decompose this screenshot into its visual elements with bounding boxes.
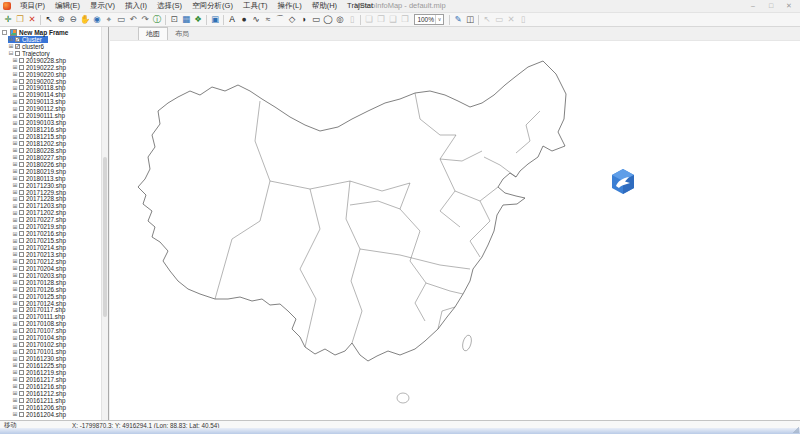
layer-shp-file[interactable]: ⊞20190113.shp <box>12 98 71 105</box>
minimize-button[interactable]: – <box>744 0 762 12</box>
toolbar-select-features-icon[interactable]: ⊡ <box>168 13 180 26</box>
layer-shp-file[interactable]: ⊞20170107.shp <box>12 327 72 334</box>
layer-shp-file[interactable]: ⊞20161216.shp <box>12 383 72 390</box>
expand-icon[interactable]: ⊞ <box>12 245 18 251</box>
layer-shp-file[interactable]: ⊞20180219.shp <box>12 168 72 175</box>
layer-checkbox[interactable] <box>19 259 24 264</box>
layer-shp-file[interactable]: ⊞20170219.shp <box>12 223 72 230</box>
layer-checkbox[interactable] <box>19 148 24 153</box>
layer-checkbox[interactable] <box>19 99 24 104</box>
layer-checkbox[interactable] <box>19 301 24 306</box>
toolbar-insert-text-icon[interactable]: A <box>226 13 238 26</box>
layer-shp-file[interactable]: ⊞20170128.shp <box>12 279 72 286</box>
layer-checkbox[interactable] <box>19 141 24 146</box>
toolbar-save-icon[interactable]: ◫ <box>464 13 476 26</box>
scrollbar-thumb[interactable] <box>103 157 107 317</box>
layer-shp-file[interactable]: ⊞20180228.shp <box>12 147 72 154</box>
layer-shp-file[interactable]: ⊞20180227.shp <box>12 154 72 161</box>
layer-checkbox[interactable] <box>19 127 24 132</box>
expand-icon[interactable]: ⊞ <box>12 210 18 216</box>
layer-checkbox[interactable] <box>19 120 24 125</box>
layer-checkbox[interactable] <box>15 37 20 42</box>
layer-checkbox[interactable] <box>19 196 24 201</box>
toolbar-edit-vertices-icon[interactable]: ✎ <box>452 13 464 26</box>
toolbar-zoom-in-icon[interactable]: ⊕ <box>55 13 67 26</box>
menu-工具t[interactable]: 工具(T) <box>238 0 273 12</box>
toolbar-draw-rectangle-icon[interactable]: ▭ <box>310 13 322 26</box>
toolbar-draw-ellipse-icon[interactable]: ◎ <box>334 13 346 26</box>
layer-checkbox[interactable] <box>19 349 24 354</box>
layer-checkbox[interactable] <box>19 377 24 382</box>
layer-shp-file[interactable]: ⊞20170101.shp <box>12 348 72 355</box>
expand-icon[interactable]: ⊞ <box>12 383 18 389</box>
layer-checkbox[interactable] <box>15 44 20 49</box>
expand-icon[interactable]: ⊞ <box>12 390 18 396</box>
layer-checkbox[interactable] <box>19 155 24 160</box>
layer-checkbox[interactable] <box>19 203 24 208</box>
tree-root-map-frame[interactable]: New Map Frame <box>0 29 75 36</box>
menu-选择s[interactable]: 选择(S) <box>152 0 187 12</box>
layer-shp-file[interactable]: ⊞20170102.shp <box>12 341 72 348</box>
tab-layout[interactable]: 布局 <box>168 28 196 40</box>
maximize-button[interactable]: □ <box>762 0 780 12</box>
expand-icon[interactable]: ⊞ <box>12 175 18 181</box>
expand-icon[interactable]: ⊞ <box>12 120 18 126</box>
toolbar-label-icon[interactable]: ❖ <box>192 13 204 26</box>
toolbar-draw-point-icon[interactable]: ● <box>238 13 250 26</box>
layer-checkbox[interactable] <box>19 252 24 257</box>
expand-icon[interactable]: ⊞ <box>12 307 18 313</box>
layer-shp-file[interactable]: ⊞20170126.shp <box>12 286 72 293</box>
expand-icon[interactable]: ⊞ <box>12 57 18 63</box>
layer-checkbox[interactable] <box>19 134 24 139</box>
layer-checkbox[interactable] <box>19 321 24 326</box>
layer-shp-file[interactable]: ⊞20170117.shp <box>12 307 71 314</box>
expand-icon[interactable]: ⊞ <box>12 154 18 160</box>
layer-shp-file[interactable]: ⊞20171203.shp <box>12 202 72 209</box>
layer-checkbox[interactable] <box>19 92 24 97</box>
layer-checkbox[interactable] <box>19 398 24 403</box>
layer-checkbox[interactable] <box>19 280 24 285</box>
toolbar-zoom-to-layer-icon[interactable]: ⌖ <box>103 13 115 26</box>
layer-checkbox[interactable] <box>19 405 24 410</box>
layer-shp-file[interactable]: ⊞20190118.shp <box>12 85 71 92</box>
layer-shp-file[interactable]: ⊞20161211.shp <box>12 397 71 404</box>
resize-grip-icon[interactable] <box>793 427 799 433</box>
toolbar-zoom-to-extent-icon[interactable]: ▭ <box>115 13 127 26</box>
expand-icon[interactable]: ⊞ <box>12 99 18 105</box>
expand-icon[interactable]: ⊞ <box>12 328 18 334</box>
expand-icon[interactable]: ⊞ <box>8 43 14 49</box>
layer-checkbox[interactable] <box>19 85 24 90</box>
expand-icon[interactable]: ⊞ <box>8 36 14 42</box>
layer-shp-file[interactable]: ⊞20190222.shp <box>12 64 72 71</box>
toolbar-draw-circle-icon[interactable]: ◯ <box>322 13 334 26</box>
layer-trajectory[interactable]: ⊟Trajectory <box>8 50 56 57</box>
layer-shp-file[interactable]: ⊞20180226.shp <box>12 161 72 168</box>
menu-帮助h[interactable]: 帮助(H) <box>307 0 342 12</box>
layer-checkbox[interactable] <box>19 176 24 181</box>
toolbar-pan-icon[interactable]: ✋ <box>79 13 91 26</box>
layer-shp-file[interactable]: ⊞20181216.shp <box>12 126 72 133</box>
layer-checkbox[interactable] <box>19 294 24 299</box>
layer-shp-file[interactable]: ⊞20181215.shp <box>12 133 72 140</box>
layer-checkbox[interactable] <box>19 231 24 236</box>
expand-icon[interactable]: ⊞ <box>12 161 18 167</box>
layer-shp-file[interactable]: ⊞20161212.shp <box>12 390 72 397</box>
expand-icon[interactable]: ⊞ <box>12 106 18 112</box>
layer-checkbox[interactable] <box>19 287 24 292</box>
expand-icon[interactable]: ⊞ <box>12 140 18 146</box>
toolbar-draw-curve-icon[interactable]: ⌒ <box>274 13 286 26</box>
expand-icon[interactable]: ⊞ <box>12 314 18 320</box>
expand-icon[interactable]: ⊞ <box>12 279 18 285</box>
expand-icon[interactable]: ⊞ <box>12 335 18 341</box>
menu-空间分析g[interactable]: 空间分析(G) <box>187 0 238 12</box>
layer-shp-file[interactable]: ⊞20170124.shp <box>12 300 72 307</box>
expand-icon[interactable]: ⊞ <box>12 411 18 417</box>
expand-icon[interactable]: ⊞ <box>12 251 18 257</box>
expand-icon[interactable]: ⊞ <box>12 217 18 223</box>
layer-shp-file[interactable]: ⊞20170214.shp <box>12 244 72 251</box>
layer-checkbox[interactable] <box>19 335 24 340</box>
layer-checkbox[interactable] <box>19 113 24 118</box>
layer-shp-file[interactable]: ⊞20161204.shp <box>12 411 72 418</box>
zoom-level-combo[interactable]: 100%∨ <box>414 14 444 25</box>
layer-shp-file[interactable]: ⊞20170227.shp <box>12 216 72 223</box>
